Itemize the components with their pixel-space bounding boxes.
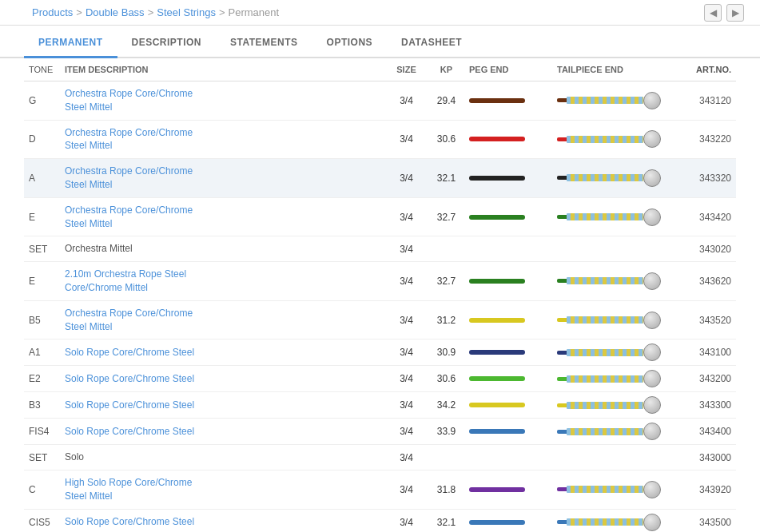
col-kp: kp bbox=[428, 58, 464, 81]
tone: E bbox=[24, 197, 60, 236]
tone: G bbox=[24, 81, 60, 121]
size: 3/4 bbox=[384, 419, 428, 445]
tab-description[interactable]: DESCRIPTION bbox=[117, 29, 217, 57]
kp: 34.2 bbox=[428, 392, 464, 419]
description: High Solo Rope Core/ChromeSteel Mittel bbox=[60, 470, 384, 510]
art-number: 343400 bbox=[680, 419, 736, 445]
size: 3/4 bbox=[384, 159, 428, 198]
tailpiece-end bbox=[552, 120, 680, 159]
tailpiece-end bbox=[552, 81, 680, 121]
tailpiece-end bbox=[552, 366, 680, 392]
breadcrumb-double-bass[interactable]: Double Bass bbox=[86, 6, 145, 18]
tailpiece-end bbox=[552, 197, 680, 236]
table-row: CIS5 Solo Rope Core/Chrome Steel 3/4 32.… bbox=[24, 509, 736, 532]
table-row: B3 Solo Rope Core/Chrome Steel 3/4 34.2 … bbox=[24, 392, 736, 419]
size: 3/4 bbox=[384, 470, 428, 510]
tailpiece-end bbox=[552, 339, 680, 366]
art-number: 343200 bbox=[680, 366, 736, 392]
next-arrow[interactable]: ▶ bbox=[726, 4, 744, 22]
size: 3/4 bbox=[384, 509, 428, 532]
tone: SET bbox=[24, 236, 60, 262]
peg-end bbox=[464, 366, 552, 392]
kp: 32.7 bbox=[428, 197, 464, 236]
kp: 31.8 bbox=[428, 470, 464, 510]
tone: C bbox=[24, 470, 60, 510]
tone: SET bbox=[24, 445, 60, 470]
breadcrumb-products[interactable]: Products bbox=[32, 6, 73, 18]
tailpiece-end bbox=[552, 392, 680, 419]
art-number: 343300 bbox=[680, 392, 736, 419]
description: Orchestra Rope Core/ChromeSteel Mittel bbox=[60, 197, 384, 236]
tab-options[interactable]: OPTIONS bbox=[312, 29, 388, 57]
tab-datasheet[interactable]: DATASHEET bbox=[387, 29, 476, 57]
table-row: E2 Solo Rope Core/Chrome Steel 3/4 30.6 … bbox=[24, 366, 736, 392]
peg-end bbox=[464, 197, 552, 236]
art-number: 343100 bbox=[680, 339, 736, 366]
tailpiece-end bbox=[552, 159, 680, 198]
kp bbox=[428, 445, 464, 470]
kp: 29.4 bbox=[428, 81, 464, 121]
tone: CIS5 bbox=[24, 509, 60, 532]
tailpiece-end bbox=[552, 419, 680, 445]
col-art-no: ART.NO. bbox=[680, 58, 736, 81]
peg-end bbox=[464, 339, 552, 366]
breadcrumb-steel-strings[interactable]: Steel Strings bbox=[157, 6, 216, 18]
peg-end bbox=[464, 120, 552, 159]
peg-end bbox=[464, 392, 552, 419]
tab-permanent[interactable]: PERMANENT bbox=[24, 29, 117, 58]
size: 3/4 bbox=[384, 236, 428, 262]
art-number: 343500 bbox=[680, 509, 736, 532]
description: Solo Rope Core/Chrome Steel bbox=[60, 366, 384, 392]
kp: 32.1 bbox=[428, 159, 464, 198]
description: Orchestra Rope Core/ChromeSteel Mittel bbox=[60, 81, 384, 121]
peg-end bbox=[464, 236, 552, 262]
art-number: 343520 bbox=[680, 300, 736, 339]
peg-end bbox=[464, 300, 552, 339]
col-tone: TONE bbox=[24, 58, 60, 81]
size: 3/4 bbox=[384, 392, 428, 419]
art-number: 343220 bbox=[680, 120, 736, 159]
prev-arrow[interactable]: ◀ bbox=[704, 4, 722, 22]
table-row: SET Orchestra Mittel 3/4 343020 bbox=[24, 236, 736, 262]
kp: 30.6 bbox=[428, 366, 464, 392]
table-row: A1 Solo Rope Core/Chrome Steel 3/4 30.9 … bbox=[24, 339, 736, 366]
breadcrumb-current: Permanent bbox=[229, 6, 280, 18]
tab-statements[interactable]: STATEMENTS bbox=[216, 29, 312, 57]
table-row: E Orchestra Rope Core/ChromeSteel Mittel… bbox=[24, 197, 736, 236]
peg-end bbox=[464, 262, 552, 301]
tone: E bbox=[24, 262, 60, 301]
size: 3/4 bbox=[384, 366, 428, 392]
description: Orchestra Rope Core/ChromeSteel Mittel bbox=[60, 300, 384, 339]
peg-end bbox=[464, 470, 552, 510]
art-number: 343320 bbox=[680, 159, 736, 198]
kp: 32.1 bbox=[428, 509, 464, 532]
description: Solo Rope Core/Chrome Steel bbox=[60, 339, 384, 366]
table-row: SET Solo 3/4 343000 bbox=[24, 445, 736, 470]
peg-end bbox=[464, 509, 552, 532]
table-row: D Orchestra Rope Core/ChromeSteel Mittel… bbox=[24, 120, 736, 159]
art-number: 343000 bbox=[680, 445, 736, 470]
kp: 32.7 bbox=[428, 262, 464, 301]
art-number: 343620 bbox=[680, 262, 736, 301]
peg-end bbox=[464, 81, 552, 121]
description: Orchestra Rope Core/ChromeSteel Mittel bbox=[60, 159, 384, 198]
tailpiece-end bbox=[552, 300, 680, 339]
tone: D bbox=[24, 120, 60, 159]
tabs-bar: PERMANENT DESCRIPTION STATEMENTS OPTIONS… bbox=[0, 29, 760, 58]
tailpiece-end bbox=[552, 470, 680, 510]
art-number: 343920 bbox=[680, 470, 736, 510]
tone: B5 bbox=[24, 300, 60, 339]
table-row: C High Solo Rope Core/ChromeSteel Mittel… bbox=[24, 470, 736, 510]
art-number: 343020 bbox=[680, 236, 736, 262]
table-row: FIS4 Solo Rope Core/Chrome Steel 3/4 33.… bbox=[24, 419, 736, 445]
kp: 33.9 bbox=[428, 419, 464, 445]
description: Solo bbox=[60, 445, 384, 470]
products-table: TONE ITEM DESCRIPTION SIZE kp PEG END TA… bbox=[24, 58, 736, 532]
peg-end bbox=[464, 159, 552, 198]
description: 2.10m Orchestra Rope SteelCore/Chrome Mi… bbox=[60, 262, 384, 301]
tone: B3 bbox=[24, 392, 60, 419]
tone: E2 bbox=[24, 366, 60, 392]
col-size: SIZE bbox=[384, 58, 428, 81]
table-row: A Orchestra Rope Core/ChromeSteel Mittel… bbox=[24, 159, 736, 198]
description: Orchestra Rope Core/ChromeSteel Mittel bbox=[60, 120, 384, 159]
